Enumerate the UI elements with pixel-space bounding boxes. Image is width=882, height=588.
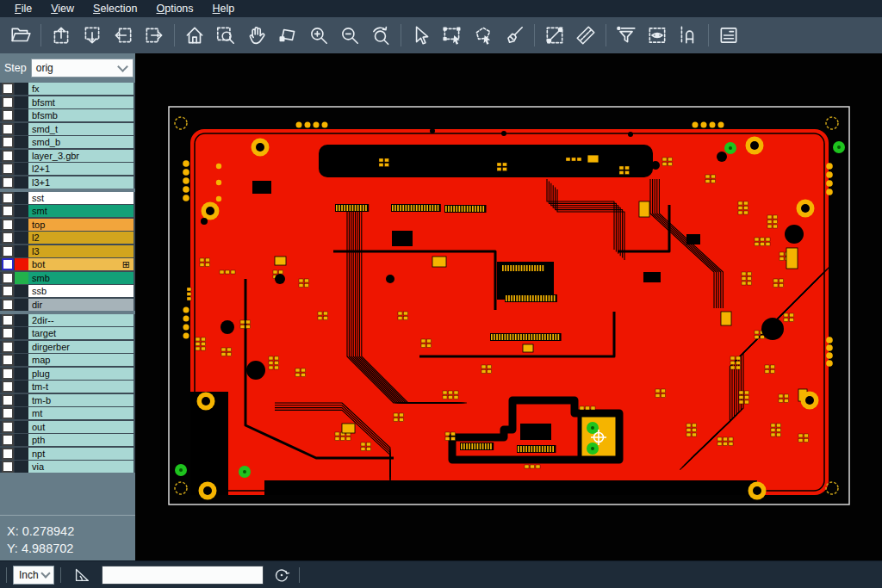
layer-row-ssb[interactable]: ssb <box>0 285 135 297</box>
show-eye-button[interactable] <box>642 20 673 51</box>
layer-color-swatch[interactable] <box>15 109 28 121</box>
layer-row-l2+1[interactable]: l2+1 <box>0 163 135 175</box>
layer-row-pth[interactable]: pth <box>0 434 135 446</box>
layer-checkbox[interactable] <box>2 299 14 311</box>
shift-right-button[interactable] <box>139 20 170 51</box>
layer-checkbox[interactable] <box>2 381 14 393</box>
zoom-shape-button[interactable] <box>272 20 303 51</box>
layer-color-swatch[interactable] <box>15 192 28 204</box>
layer-color-swatch[interactable] <box>15 407 28 419</box>
layer-row-l3[interactable]: l3 <box>0 245 135 257</box>
layer-color-swatch[interactable] <box>15 163 28 175</box>
layer-color-swatch[interactable] <box>15 205 28 217</box>
layer-row-dir[interactable]: dir <box>0 299 135 311</box>
layer-color-swatch[interactable] <box>15 448 28 460</box>
home-view-button[interactable] <box>179 20 210 51</box>
layer-row-bfsmt[interactable]: bfsmt <box>0 96 135 108</box>
layer-checkbox[interactable] <box>2 150 14 162</box>
select-polygon-button[interactable] <box>468 20 499 51</box>
zoom-in-button[interactable] <box>303 20 334 51</box>
menu-item-file[interactable]: File <box>5 0 41 17</box>
layer-row-l2[interactable]: l2 <box>0 232 135 244</box>
step-select[interactable]: orig <box>31 59 134 77</box>
layer-checkbox[interactable] <box>2 136 14 148</box>
measure-line-button[interactable] <box>539 20 570 51</box>
zoom-out-button[interactable] <box>334 20 365 51</box>
layer-row-npt[interactable]: npt <box>0 448 135 460</box>
layer-color-swatch[interactable] <box>15 272 28 284</box>
layer-row-tm-b[interactable]: tm-b <box>0 394 135 406</box>
pan-button[interactable] <box>241 20 272 51</box>
layer-color-swatch[interactable] <box>15 327 28 339</box>
layer-color-swatch[interactable] <box>15 341 28 353</box>
layer-color-swatch[interactable] <box>15 232 28 244</box>
layer-row-via[interactable]: via <box>0 461 135 473</box>
layer-row-2dir--[interactable]: 2dir-- <box>0 314 135 326</box>
layer-color-swatch[interactable] <box>15 83 28 95</box>
layer-color-swatch[interactable] <box>15 368 28 380</box>
layer-color-swatch[interactable] <box>15 461 28 473</box>
select-rectangle-button[interactable] <box>437 20 468 51</box>
layer-checkbox[interactable] <box>2 314 14 326</box>
layer-checkbox[interactable] <box>2 245 14 257</box>
pcb-canvas[interactable] <box>135 53 882 560</box>
layer-form-button[interactable] <box>713 20 744 51</box>
layer-color-swatch[interactable] <box>15 354 28 366</box>
layer-checkbox[interactable] <box>2 421 14 433</box>
layer-checkbox[interactable] <box>2 205 14 217</box>
layer-checkbox[interactable] <box>2 109 14 121</box>
layer-row-l3+1[interactable]: l3+1 <box>0 176 135 189</box>
layer-color-swatch[interactable] <box>15 150 28 162</box>
unit-select[interactable]: Inch <box>13 566 54 585</box>
layer-color-swatch[interactable] <box>15 381 28 393</box>
layer-row-smd_t[interactable]: smd_t <box>0 123 135 135</box>
layer-row-dirgerber[interactable]: dirgerber <box>0 341 135 353</box>
layer-checkbox[interactable] <box>2 327 14 339</box>
layer-row-top[interactable]: top <box>0 219 135 231</box>
layer-checkbox[interactable] <box>2 341 14 353</box>
layer-color-swatch[interactable] <box>15 285 28 297</box>
layer-checkbox[interactable] <box>2 176 14 189</box>
filter-button[interactable] <box>611 20 642 51</box>
layer-checkbox[interactable] <box>2 96 14 108</box>
layer-row-fx[interactable]: fx <box>0 83 135 95</box>
layer-color-swatch[interactable] <box>15 314 28 326</box>
shift-up-button[interactable] <box>46 20 77 51</box>
layer-color-swatch[interactable] <box>15 299 28 311</box>
layer-color-swatch[interactable] <box>15 96 28 108</box>
layer-color-swatch[interactable] <box>15 258 28 270</box>
zoom-window-button[interactable] <box>210 20 241 51</box>
layer-row-target[interactable]: target <box>0 327 135 339</box>
layer-color-swatch[interactable] <box>15 394 28 406</box>
layer-checkbox[interactable] <box>2 192 14 204</box>
layer-color-swatch[interactable] <box>15 136 28 148</box>
angle-measure-button[interactable] <box>71 564 93 586</box>
command-input[interactable] <box>102 566 264 585</box>
layer-color-swatch[interactable] <box>15 434 28 446</box>
menu-item-help[interactable]: Help <box>203 0 245 17</box>
select-cursor-button[interactable] <box>406 20 437 51</box>
clean-brush-button[interactable] <box>499 20 530 51</box>
shift-down-button[interactable] <box>77 20 108 51</box>
shift-left-button[interactable] <box>108 20 139 51</box>
layer-checkbox[interactable] <box>2 461 14 473</box>
layer-checkbox[interactable] <box>2 407 14 419</box>
layer-row-mt[interactable]: mt <box>0 407 135 419</box>
layer-row-sst[interactable]: sst <box>0 192 135 204</box>
layer-row-bfsmb[interactable]: bfsmb <box>0 109 135 121</box>
layer-row-smb[interactable]: smb <box>0 272 135 284</box>
layer-checkbox[interactable] <box>2 272 14 284</box>
snap-magnet-button[interactable] <box>673 20 704 51</box>
layer-checkbox[interactable] <box>2 232 14 244</box>
layer-row-tm-t[interactable]: tm-t <box>0 381 135 393</box>
menu-item-view[interactable]: View <box>41 0 84 17</box>
layer-row-smt[interactable]: smt <box>0 205 135 217</box>
layer-checkbox[interactable] <box>2 123 14 135</box>
open-folder-button[interactable] <box>5 20 36 51</box>
layer-row-smd_b[interactable]: smd_b <box>0 136 135 148</box>
layer-row-layer_3.gbr[interactable]: layer_3.gbr <box>0 150 135 162</box>
layer-color-swatch[interactable] <box>15 176 28 189</box>
zoom-previous-button[interactable] <box>365 20 396 51</box>
layer-checkbox[interactable] <box>2 434 14 446</box>
layer-checkbox[interactable] <box>2 285 14 297</box>
